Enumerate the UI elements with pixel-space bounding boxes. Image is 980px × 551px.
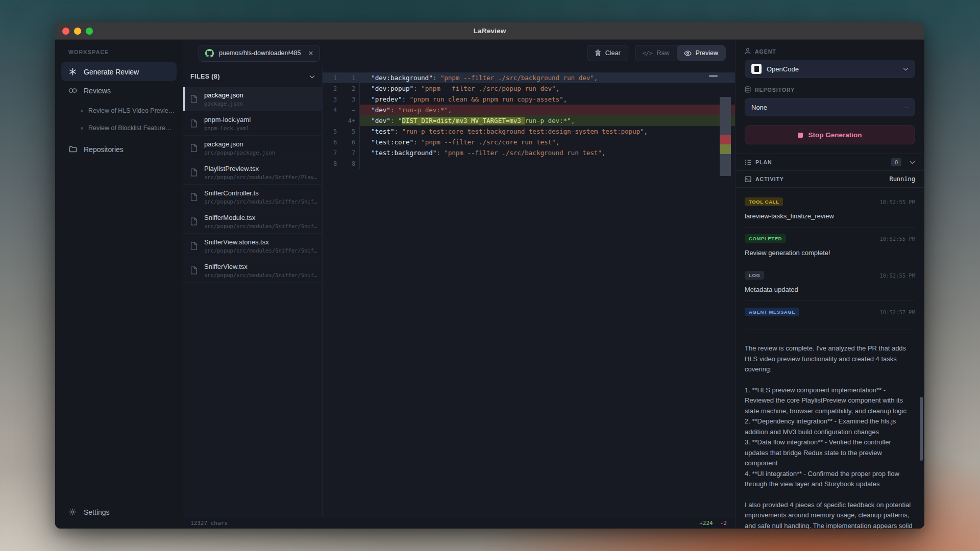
agent-label: AGENT: [755, 48, 776, 55]
window-title: LaReview: [55, 27, 924, 35]
repository-label: REPOSITORY: [755, 87, 795, 93]
line-content: "test:background": "pnpm --filter ./src/…: [359, 147, 735, 158]
agent-select-value: OpenCode: [767, 65, 898, 73]
sidebar-item-label: Repositories: [84, 145, 124, 154]
file-name: PlaylistPreview.tsx: [204, 165, 317, 172]
old-line-number: 7: [323, 149, 341, 157]
files-header[interactable]: FILES (8): [183, 66, 322, 87]
file-list-item[interactable]: SnifferModule.tsx src/popup/src/modules/…: [183, 209, 322, 234]
chevron-down-icon: [309, 75, 315, 79]
reviews-icon: [68, 87, 77, 94]
scrollbar-minimap[interactable]: [720, 97, 731, 176]
diff-viewer: 1 1 "dev:background": "pnpm --filter ./s…: [323, 66, 735, 517]
old-line-number: 2: [323, 85, 341, 92]
stop-generation-button[interactable]: Stop Generation: [745, 126, 915, 144]
diff-line: 2 2 "dev:popup": "pnpm --filter ./src/po…: [323, 83, 735, 94]
file-list-item[interactable]: PlaylistPreview.tsx src/popup/src/module…: [183, 160, 322, 185]
view-mode-toggle: </> Raw Preview: [635, 45, 726, 61]
titlebar: LaReview: [55, 22, 924, 40]
gear-icon: [68, 508, 77, 516]
file-list-item[interactable]: SnifferView.tsx src/popup/src/modules/Sn…: [183, 258, 322, 283]
activity-section-header[interactable]: ACTIVITY Running: [736, 171, 924, 188]
plan-list-icon: [745, 159, 751, 165]
repository-label-row: REPOSITORY: [745, 86, 915, 93]
diff-line: 4 − "dev": "run-p dev:*",: [323, 105, 735, 115]
activity-scrollbar[interactable]: [920, 397, 923, 461]
diff-line: 8 8: [323, 158, 735, 169]
code-icon: </>: [643, 50, 653, 57]
person-icon: [745, 48, 751, 55]
sidebar-item-reviews[interactable]: Reviews: [61, 81, 177, 100]
status-bar: 12327 chars +224 -2: [183, 517, 735, 529]
removed-lines-count: -2: [720, 520, 727, 527]
activity-badge: COMPLETED: [745, 234, 786, 243]
line-content: "test": "run-p test:core test:background…: [359, 126, 735, 137]
file-name: SnifferView.stories.tsx: [204, 238, 317, 246]
dash-icon: –: [905, 104, 909, 111]
line-content: [359, 158, 735, 169]
file-icon: [190, 217, 199, 226]
activity-entry-text: Metadata updated: [745, 286, 915, 293]
activity-entry: AGENT MESSAGE 10:52:57 PM: [745, 301, 915, 330]
activity-timestamp: 10:52:55 PM: [879, 199, 915, 205]
file-icon: [190, 168, 199, 177]
file-icon: [190, 119, 199, 128]
file-list-item[interactable]: pnpm-lock.yaml pnpm-lock.yaml: [183, 111, 322, 136]
agent-select[interactable]: OpenCode: [745, 60, 915, 78]
agent-config-section: AGENT OpenCode REPOSITORY None – S: [736, 40, 924, 154]
close-icon[interactable]: ✕: [308, 49, 314, 57]
activity-entry: COMPLETED 10:52:55 PM Review generation …: [745, 228, 915, 264]
activity-feed: TOOL CALL 10:52:55 PM lareview-tasks_fin…: [736, 188, 924, 529]
fold-collapse-icon[interactable]: [709, 76, 718, 77]
sidebar-subitem-review-hls[interactable]: Review of HLS Video Previe…: [79, 102, 177, 119]
file-list-item[interactable]: package.json src/popup/package.json: [183, 136, 322, 160]
sidebar-item-repositories[interactable]: Repositories: [61, 140, 177, 159]
sidebar-item-settings[interactable]: Settings: [61, 503, 177, 521]
diff-line: 4+ "dev": "DIST_DIR=dist/mv3 MV_TARGET=m…: [323, 115, 735, 126]
workspace-label: WORKSPACE: [68, 49, 177, 55]
file-list-item[interactable]: SnifferController.ts src/popup/src/modul…: [183, 185, 322, 209]
old-line-number: 4: [323, 107, 341, 114]
diff-line: 5 5 "test": "run-p test:core test:backgr…: [323, 126, 735, 137]
sidebar-item-label: Generate Review: [84, 68, 139, 76]
eye-icon: [684, 51, 692, 56]
plan-section-header[interactable]: PLAN 0: [736, 154, 924, 171]
clear-button-label: Clear: [605, 49, 621, 57]
pr-reference-label: puemos/hls-downloader#485: [219, 49, 301, 57]
file-name: package.json: [204, 140, 275, 148]
sidebar-subitem-review-blocklist[interactable]: Review of Blocklist Feature…: [79, 119, 177, 137]
stop-generation-label: Stop Generation: [808, 131, 862, 139]
sidebar-item-generate-review[interactable]: Generate Review: [61, 62, 177, 81]
activity-entry: TOOL CALL 10:52:55 PM lareview-tasks_fin…: [745, 191, 915, 228]
file-list-item[interactable]: SnifferView.stories.tsx src/popup/src/mo…: [183, 234, 322, 258]
diff-line: 7 7 "test:background": "pnpm --filter ./…: [323, 147, 735, 158]
activity-entry-text: lareview-tasks_finalize_review: [745, 212, 915, 220]
pr-reference-chip[interactable]: puemos/hls-downloader#485 ✕: [199, 45, 320, 62]
old-line-number: 5: [323, 128, 341, 135]
preview-tab-label: Preview: [696, 49, 718, 57]
clear-button[interactable]: Clear: [587, 45, 628, 61]
code-lines: 1 1 "dev:background": "pnpm --filter ./s…: [323, 72, 735, 169]
file-path: package.json: [204, 101, 243, 107]
file-name: package.json: [204, 91, 243, 99]
file-list-item[interactable]: package.json package.json: [183, 87, 322, 111]
file-list: package.json package.json pnpm-lock.yaml…: [183, 87, 322, 517]
file-name: SnifferController.ts: [204, 189, 317, 197]
repository-select[interactable]: None –: [745, 98, 915, 116]
chevron-down-icon[interactable]: [910, 161, 915, 164]
added-lines-count: +224: [699, 520, 713, 527]
activity-icon: [745, 176, 751, 182]
plan-label: PLAN: [755, 159, 887, 165]
preview-tab[interactable]: Preview: [677, 45, 725, 61]
file-icon: [190, 144, 199, 152]
file-icon: [190, 242, 199, 250]
sidebar-item-label: Reviews: [84, 87, 111, 95]
raw-tab[interactable]: </> Raw: [635, 45, 677, 61]
review-item-label: Review of Blocklist Feature…: [88, 124, 172, 132]
opencode-logo-icon: [751, 64, 762, 74]
activity-status: Running: [889, 176, 915, 183]
folder-icon: [68, 146, 77, 153]
file-icon: [190, 266, 199, 274]
agent-message-body: The review is complete. I've analyzed th…: [745, 330, 915, 529]
line-content: "dev": "run-p dev:*",: [359, 105, 735, 115]
